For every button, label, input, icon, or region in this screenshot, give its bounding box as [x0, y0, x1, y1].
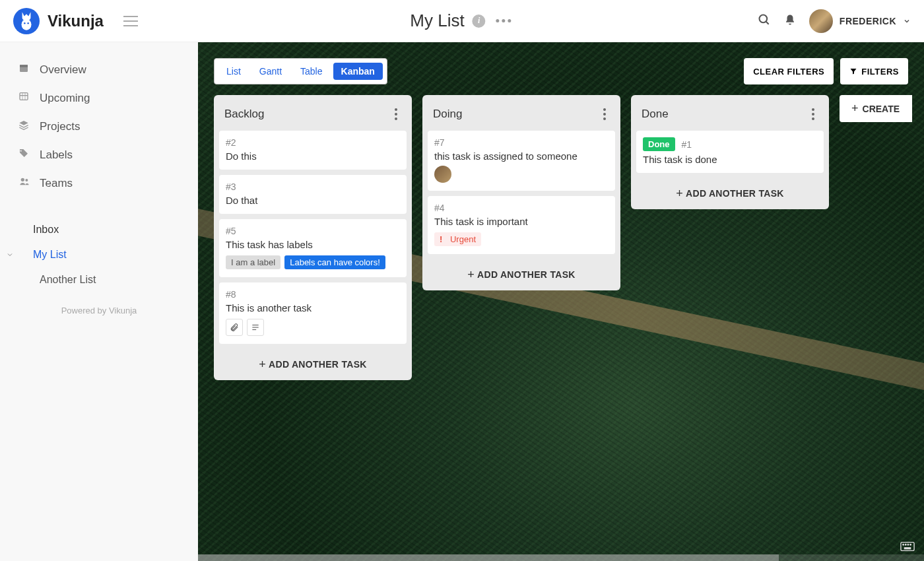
powered-by-text: Powered by Vikunja: [0, 306, 198, 315]
sidebar-item-label: Overview: [40, 63, 86, 77]
svg-line-4: [766, 21, 768, 24]
task-id: #1: [682, 139, 692, 150]
svg-point-0: [22, 18, 32, 30]
sidebar-item-projects[interactable]: Projects: [0, 112, 198, 141]
chevron-down-icon: [903, 17, 911, 25]
task-card[interactable]: #4 This task is important ! Urgent: [428, 196, 615, 254]
search-icon[interactable]: [758, 13, 771, 29]
avatar: [809, 9, 833, 33]
horizontal-scrollbar[interactable]: [198, 554, 924, 561]
sidebar-list-another[interactable]: Another List: [0, 267, 198, 292]
task-title: This task is important: [434, 216, 609, 227]
board-main: List Gantt Table Kanban CLEAR FILTERS FI…: [198, 42, 924, 561]
task-card[interactable]: Done #1 This task is done: [636, 131, 824, 173]
sidebar-item-overview[interactable]: Overview: [0, 55, 198, 84]
task-card[interactable]: #5 This task has labels I am a label Lab…: [219, 219, 407, 277]
assignee-avatar: [434, 166, 451, 183]
menu-toggle-icon[interactable]: [123, 16, 138, 26]
svg-point-1: [24, 22, 26, 24]
header-title-group: My List i: [410, 11, 513, 31]
tab-kanban[interactable]: Kanban: [333, 63, 383, 80]
column-backlog: Backlog #2 Do this #3 Do that #5 This ta…: [214, 95, 412, 380]
clear-filters-button[interactable]: CLEAR FILTERS: [744, 58, 834, 84]
tab-table[interactable]: Table: [292, 63, 330, 80]
sidebar-item-labels[interactable]: Labels: [0, 141, 198, 169]
column-doing: Doing #7 this task is assigned to someon…: [422, 95, 620, 290]
logo-icon: [13, 8, 40, 34]
more-options-icon[interactable]: [494, 16, 514, 25]
sidebar-list-inbox[interactable]: Inbox: [0, 217, 198, 242]
filter-icon: [849, 67, 857, 75]
app-name: Vikunja: [48, 12, 104, 30]
column-title[interactable]: Doing: [433, 108, 462, 121]
task-id: #5: [226, 226, 400, 236]
task-label: I am a label: [226, 255, 280, 269]
username: FREDERICK: [840, 16, 896, 26]
svg-rect-7: [20, 93, 28, 100]
column-title[interactable]: Done: [642, 108, 669, 121]
svg-point-2: [27, 22, 29, 24]
sidebar-item-label: Labels: [40, 148, 73, 162]
attachment-icon: [226, 319, 243, 336]
task-title: Do that: [226, 195, 400, 206]
task-label: Labels can have colors!: [284, 255, 385, 269]
sidebar: Overview Upcoming Projects Labels Teams …: [0, 42, 198, 561]
task-card[interactable]: #8 This is another task: [219, 282, 407, 344]
column-menu-icon[interactable]: [391, 107, 401, 121]
logo[interactable]: Vikunja: [13, 8, 104, 34]
sidebar-item-label: Another List: [0, 274, 96, 286]
sidebar-list-mylist[interactable]: My List: [0, 242, 198, 267]
svg-point-18: [903, 544, 904, 545]
task-card[interactable]: #3 Do that: [219, 175, 407, 214]
sidebar-item-label: Upcoming: [40, 92, 90, 105]
task-card[interactable]: #7 this task is assigned to someone: [428, 131, 615, 191]
column-done: Done Done #1 This task is done +ADD ANOT…: [631, 95, 829, 209]
users-icon: [18, 176, 30, 190]
create-bucket-button[interactable]: + CREATE: [840, 95, 912, 122]
svg-point-3: [759, 15, 767, 22]
column-menu-icon[interactable]: [808, 107, 818, 121]
tags-icon: [18, 148, 30, 162]
svg-rect-22: [904, 548, 910, 549]
chevron-down-icon[interactable]: [0, 251, 20, 259]
task-title: this task is assigned to someone: [434, 150, 609, 162]
svg-rect-6: [20, 65, 28, 67]
filters-button-label: FILTERS: [861, 67, 899, 77]
sidebar-item-label: My List: [20, 249, 67, 261]
kanban-columns: Backlog #2 Do this #3 Do that #5 This ta…: [214, 95, 908, 380]
sidebar-item-label: Teams: [40, 177, 73, 190]
task-id: #4: [434, 203, 609, 213]
done-badge: Done: [643, 137, 675, 151]
sidebar-item-label: Inbox: [0, 224, 59, 236]
task-title: This task has labels: [226, 239, 400, 250]
column-title[interactable]: Backlog: [224, 108, 264, 121]
task-card[interactable]: #2 Do this: [219, 131, 407, 170]
tab-gantt[interactable]: Gantt: [251, 63, 290, 80]
task-title: This is another task: [226, 302, 400, 314]
bell-icon[interactable]: [784, 13, 796, 29]
svg-point-20: [908, 544, 908, 545]
filters-button[interactable]: FILTERS: [840, 58, 908, 84]
task-title: Do this: [226, 150, 400, 162]
add-task-button[interactable]: +ADD ANOTHER TASK: [219, 349, 407, 375]
svg-point-12: [21, 178, 24, 182]
add-task-button[interactable]: +ADD ANOTHER TASK: [636, 178, 824, 204]
sidebar-item-label: Projects: [40, 120, 80, 133]
column-menu-icon[interactable]: [599, 107, 610, 121]
task-id: #8: [226, 289, 400, 300]
grid-icon: [18, 91, 30, 105]
svg-marker-11: [19, 121, 28, 125]
user-menu[interactable]: FREDERICK: [809, 9, 911, 33]
priority-badge: ! Urgent: [434, 232, 481, 246]
tab-list[interactable]: List: [218, 63, 249, 80]
task-id: #3: [226, 182, 400, 192]
sidebar-item-teams[interactable]: Teams: [0, 169, 198, 197]
add-task-button[interactable]: +ADD ANOTHER TASK: [428, 259, 615, 285]
calendar-icon: [18, 63, 30, 77]
svg-rect-17: [901, 543, 914, 551]
sidebar-item-upcoming[interactable]: Upcoming: [0, 84, 198, 112]
keyboard-icon[interactable]: [900, 541, 915, 554]
task-id: #7: [434, 137, 609, 148]
info-icon[interactable]: i: [473, 15, 486, 28]
task-id: #2: [226, 137, 400, 148]
